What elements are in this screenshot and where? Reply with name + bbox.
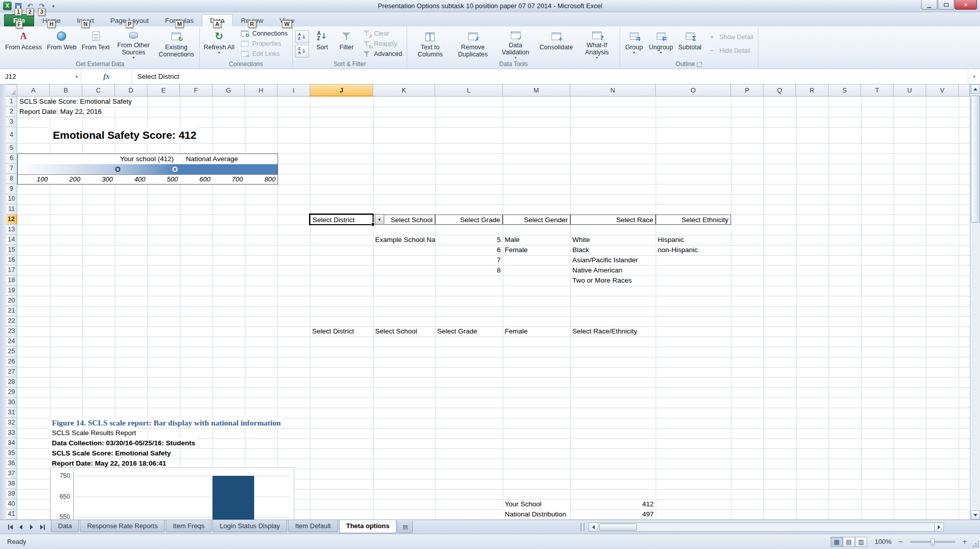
column-header-P[interactable]: P: [731, 84, 763, 97]
data-validation-dropdown-button[interactable]: ▾: [375, 214, 384, 225]
cell-N23[interactable]: Select Race/Ethnicity: [570, 326, 656, 337]
cell-O14[interactable]: Hispanic: [656, 235, 731, 245]
from-web-button[interactable]: From Web: [44, 27, 79, 60]
hscroll-right-button[interactable]: [934, 523, 944, 532]
page-break-view-button[interactable]: ▥: [855, 537, 867, 547]
scroll-down-button[interactable]: [971, 510, 980, 520]
resize-grip[interactable]: [972, 541, 979, 548]
row-header-9[interactable]: 9: [6, 184, 17, 194]
column-header-K[interactable]: K: [373, 84, 435, 97]
ribbon-tab-home[interactable]: HomeH: [34, 14, 69, 26]
row-header-21[interactable]: 21: [6, 306, 17, 316]
row-header-6[interactable]: 6: [6, 154, 17, 164]
cell-N14[interactable]: White: [570, 235, 656, 245]
minimize-button[interactable]: ▁: [921, 0, 937, 10]
ribbon-tab-page-layout[interactable]: Page LayoutP: [102, 14, 157, 26]
cell-B32[interactable]: Figure 14. SCLS scale report: Bar displa…: [50, 418, 283, 428]
name-box[interactable]: J12 ▾: [0, 69, 81, 84]
ungroup-button[interactable]: ⇇ Ungroup ▾: [646, 27, 676, 60]
clear-filter-button[interactable]: ✗ Clear: [360, 28, 405, 38]
sheet-tab-response-rate-reports[interactable]: Response Rate Reports: [80, 520, 165, 532]
cell-M40[interactable]: Your School: [503, 499, 570, 509]
column-header-R[interactable]: R: [796, 84, 829, 97]
column-header-E[interactable]: E: [147, 84, 180, 97]
row-header-14[interactable]: 14: [6, 235, 17, 245]
connections-button[interactable]: ↻ Connections: [238, 28, 290, 38]
row-header-7[interactable]: 7: [6, 164, 17, 174]
column-header-F[interactable]: F: [180, 84, 212, 97]
undo-button[interactable]: ↶2: [25, 1, 35, 12]
row-header-38[interactable]: 38: [6, 479, 17, 489]
select-all-corner[interactable]: [6, 84, 17, 97]
cell-O15[interactable]: non-Hispanic: [656, 245, 731, 255]
zoom-in-button[interactable]: +: [961, 538, 969, 546]
row-header-30[interactable]: 30: [6, 398, 17, 408]
column-header-C[interactable]: C: [82, 84, 115, 97]
expand-formula-bar-button[interactable]: ▾: [968, 69, 980, 84]
cell-M15[interactable]: Female: [503, 245, 570, 255]
cell-L23[interactable]: Select Grade: [435, 326, 503, 337]
sort-z-to-a-button[interactable]: ZA↓: [295, 45, 309, 57]
data-validation-button[interactable]: ✓ Data Validation ▾: [494, 27, 537, 60]
cell-J23[interactable]: Select District: [310, 326, 373, 337]
column-header-A[interactable]: A: [17, 84, 50, 97]
qat-customize-button[interactable]: ▾: [48, 1, 58, 12]
cell-N17[interactable]: Native American: [570, 265, 656, 276]
row-header-20[interactable]: 20: [6, 296, 17, 306]
column-header-U[interactable]: U: [894, 84, 926, 97]
cell-B33[interactable]: SCLS Scale Results Report: [50, 428, 138, 438]
column-header-T[interactable]: T: [861, 84, 894, 97]
row-header-11[interactable]: 11: [6, 204, 17, 215]
redo-button[interactable]: ↷3: [37, 1, 47, 12]
column-header-M[interactable]: M: [503, 84, 570, 97]
properties-button[interactable]: Properties: [238, 39, 290, 49]
cell-K23[interactable]: Select School: [373, 326, 435, 337]
row-header-2[interactable]: 2: [6, 107, 17, 117]
column-header-J[interactable]: J: [310, 84, 373, 97]
row-header-17[interactable]: 17: [6, 265, 17, 276]
cell-L14[interactable]: 5: [435, 235, 503, 245]
scroll-up-button[interactable]: [971, 84, 980, 94]
ribbon-tab-data[interactable]: DataA: [202, 14, 233, 26]
column-header-N[interactable]: N: [570, 84, 656, 97]
existing-connections-button[interactable]: ↻ Existing Connections: [155, 27, 198, 60]
previous-sheet-button[interactable]: [16, 522, 26, 532]
what-if-analysis-button[interactable]: ? What-If Analysis ▾: [575, 27, 618, 60]
next-sheet-button[interactable]: [26, 522, 37, 532]
column-header-Q[interactable]: Q: [763, 84, 796, 97]
row-header-19[interactable]: 19: [6, 286, 17, 296]
worksheet-grid[interactable]: Your school (412) National Average (497)…: [0, 84, 970, 520]
advanced-filter-button[interactable]: Advanced: [360, 49, 405, 59]
first-sheet-button[interactable]: [5, 522, 15, 532]
row-header-16[interactable]: 16: [6, 255, 17, 265]
formula-input[interactable]: Select District: [132, 69, 968, 84]
cell-N15[interactable]: Black: [570, 245, 656, 255]
cell-M23[interactable]: Female: [503, 326, 570, 337]
row-header-33[interactable]: 33: [6, 428, 17, 438]
zoom-slider[interactable]: [910, 541, 956, 543]
remove-duplicates-button[interactable]: ✗ Remove Duplicates: [451, 27, 494, 60]
column-header-H[interactable]: H: [245, 84, 278, 97]
row-header-34[interactable]: 34: [6, 438, 17, 448]
group-button[interactable]: ⇉ Group ▾: [622, 27, 646, 60]
row-header-32[interactable]: 32: [6, 418, 17, 428]
row-header-26[interactable]: 26: [6, 357, 17, 367]
zoom-slider-thumb[interactable]: [931, 538, 935, 545]
row-header-37[interactable]: 37: [6, 469, 17, 479]
row-header-22[interactable]: 22: [6, 316, 17, 326]
excel-app-icon[interactable]: X: [3, 2, 12, 10]
row-header-36[interactable]: 36: [6, 459, 17, 469]
refresh-all-button[interactable]: ↻ Refresh All ▾: [201, 27, 237, 60]
row-header-1[interactable]: 1: [6, 97, 17, 107]
cell-M12[interactable]: Select Gender: [503, 215, 570, 225]
row-header-18[interactable]: 18: [6, 276, 17, 286]
row-header-24[interactable]: 24: [6, 337, 17, 347]
vertical-scrollbar-thumb[interactable]: [971, 96, 980, 223]
column-header-G[interactable]: G: [212, 84, 245, 97]
consolidate-button[interactable]: + Consolidate: [537, 27, 575, 60]
cell-K14[interactable]: Example School Name: [373, 235, 435, 245]
zoom-out-button[interactable]: −: [897, 538, 905, 546]
sheet-tab-login-status-display[interactable]: Login Status Display: [212, 520, 287, 532]
from-text-button[interactable]: From Text: [79, 27, 112, 60]
hide-detail-button[interactable]: − Hide Detail: [705, 46, 755, 55]
